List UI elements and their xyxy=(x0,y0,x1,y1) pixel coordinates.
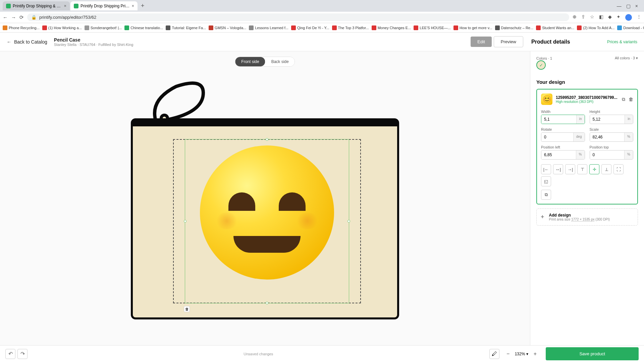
duplicate-icon[interactable]: ⧉ xyxy=(622,97,625,102)
design-filename: 125995207_3803071000796799... xyxy=(556,95,619,100)
edit-button[interactable]: Edit xyxy=(471,37,491,47)
color-swatch-selected[interactable]: ✓ xyxy=(536,60,546,70)
resize-handle[interactable] xyxy=(347,220,350,223)
unit-label: deg xyxy=(573,133,585,141)
delete-layer-icon[interactable]: 🗑 xyxy=(184,306,190,312)
bookmark-item[interactable]: Chinese translatio... xyxy=(124,25,163,30)
bookmark-item[interactable]: Phone Recycling... xyxy=(3,25,40,30)
nav-reload-icon[interactable]: ⟳ xyxy=(19,14,24,20)
align-bottom-icon[interactable]: ⊥ xyxy=(601,164,611,174)
width-label: Width xyxy=(541,110,585,114)
translate-icon[interactable]: ⊕ xyxy=(573,14,577,21)
undo-button[interactable]: ↶ xyxy=(5,349,15,359)
bookmark-item[interactable]: Tutorial: Eigene Fa... xyxy=(166,25,206,30)
minimize-icon[interactable]: — xyxy=(617,3,622,9)
canvas-area[interactable]: Front side Back side 🗑 xyxy=(0,51,530,345)
rotate-label: Rotate xyxy=(541,127,585,131)
share-icon[interactable]: ⇪ xyxy=(581,14,585,21)
scale-input[interactable] xyxy=(590,133,625,141)
position-left-input[interactable] xyxy=(541,150,576,159)
profile-avatar[interactable] xyxy=(625,14,632,21)
bookmark-item[interactable]: Download - Cooki... xyxy=(617,25,644,30)
rotate-input[interactable] xyxy=(541,133,573,141)
save-product-button[interactable]: Save product xyxy=(546,347,639,360)
selection-box[interactable] xyxy=(185,139,349,303)
bookmark-item[interactable]: Qing Fei De Yi - Y... xyxy=(291,25,329,30)
product-details-title: Product details xyxy=(531,39,570,45)
menu-icon[interactable]: ⋮ xyxy=(637,14,641,21)
side-toggle: Front side Back side xyxy=(235,57,295,67)
chevron-down-icon: ▾ xyxy=(526,352,528,356)
tab-title: Printify Drop Shipping & Printi... xyxy=(13,4,62,8)
tab-title: Printify Drop Shipping Print o... xyxy=(80,4,129,8)
delete-icon[interactable]: 🗑 xyxy=(629,97,633,102)
all-colors-dropdown[interactable]: All colors · 3 ▾ xyxy=(615,56,638,60)
eyedropper-button[interactable]: 🖊 xyxy=(489,349,499,359)
preview-button[interactable]: Preview xyxy=(494,36,523,47)
bookmark-item[interactable]: GMSN – Vologda... xyxy=(209,25,246,30)
prices-variants-link[interactable]: Prices & variants xyxy=(607,40,637,44)
nav-forward-icon[interactable]: → xyxy=(11,14,16,20)
product-title: Pencil Case xyxy=(54,37,133,43)
browser-tab-active[interactable]: Printify Drop Shipping Print o... × xyxy=(70,1,138,10)
puzzle-icon[interactable]: ✦ xyxy=(616,14,621,21)
align-top-icon[interactable]: ⊤ xyxy=(577,164,587,174)
save-status: Unsaved changes xyxy=(28,352,489,356)
redo-button[interactable]: ↷ xyxy=(17,349,28,359)
height-input[interactable] xyxy=(590,115,625,124)
unit-label: in xyxy=(625,115,633,124)
bookmark-item[interactable]: Money Changes E... xyxy=(372,25,411,30)
back-label: Back to Catalog xyxy=(14,39,47,45)
bookmark-item[interactable]: How to get more v... xyxy=(453,25,492,30)
close-window-icon[interactable]: × xyxy=(635,3,638,9)
align-right-icon[interactable]: →| xyxy=(565,164,575,174)
back-to-catalog-link[interactable]: ← Back to Catalog xyxy=(7,39,47,45)
bookmark-item[interactable]: The Top 3 Platfor... xyxy=(332,25,369,30)
unit-label: % xyxy=(624,150,633,159)
design-thumbnail: 😊 xyxy=(541,94,552,105)
close-icon[interactable]: × xyxy=(131,3,134,8)
ext1-icon[interactable]: ◧ xyxy=(599,14,603,21)
close-icon[interactable]: × xyxy=(64,3,66,8)
unit-label: % xyxy=(624,133,633,141)
address-bar[interactable]: 🔒 printify.com/app/editor/753/62 xyxy=(27,13,569,21)
copy-layer-icon[interactable]: ⧉ xyxy=(541,190,551,200)
bookmark-item[interactable]: Datenschutz – Re... xyxy=(495,25,534,30)
resize-handle[interactable] xyxy=(266,302,268,304)
bookmark-item[interactable]: Lessons Learned f... xyxy=(249,25,288,30)
resize-handle[interactable] xyxy=(266,138,268,141)
back-side-button[interactable]: Back side xyxy=(265,57,295,66)
zoom-in-button[interactable]: + xyxy=(531,350,539,358)
align-center-h-icon[interactable]: ↔| xyxy=(553,164,563,174)
add-design-button[interactable]: + Add design Print area size 1772 × 1535… xyxy=(536,208,638,226)
star-icon[interactable]: ☆ xyxy=(590,14,594,21)
fill-icon[interactable]: ◱ xyxy=(541,176,551,186)
maximize-icon[interactable]: ▢ xyxy=(626,3,631,9)
width-input[interactable] xyxy=(541,115,576,124)
fit-icon[interactable]: ⛶ xyxy=(613,164,624,174)
zoom-out-button[interactable]: − xyxy=(504,350,512,358)
lock-icon: 🔒 xyxy=(31,15,37,20)
tab-strip: Printify Drop Shipping & Printi... × Pri… xyxy=(0,0,644,12)
bookmark-item[interactable]: (2) How To Add A... xyxy=(577,25,614,30)
align-left-icon[interactable]: |← xyxy=(541,164,551,174)
nav-back-icon[interactable]: ← xyxy=(3,14,8,20)
design-card: 😊 125995207_3803071000796799... High res… xyxy=(536,89,638,204)
new-tab-button[interactable]: + xyxy=(138,2,147,9)
ext2-icon[interactable]: ◆ xyxy=(608,14,612,21)
unit-label: in xyxy=(576,115,585,124)
app-header: ← Back to Catalog Pencil Case Stanley St… xyxy=(0,33,644,51)
front-side-button[interactable]: Front side xyxy=(235,57,265,66)
plus-icon: + xyxy=(541,214,544,221)
add-design-title: Add design xyxy=(549,213,610,218)
product-subtitle: Stanley Stella · STAU764 · Fulfilled by … xyxy=(54,43,133,47)
bookmark-item[interactable]: (1) How Working a... xyxy=(42,25,82,30)
bookmark-item[interactable]: Student Wants an... xyxy=(536,25,574,30)
browser-tab[interactable]: Printify Drop Shipping & Printi... × xyxy=(3,1,70,10)
bookmark-item[interactable]: LEE'S HOUSE—... xyxy=(414,25,451,30)
align-center-v-icon[interactable]: ✛ xyxy=(589,164,599,174)
resize-handle[interactable] xyxy=(184,220,186,223)
bookmark-item[interactable]: Sonderangebot! |... xyxy=(85,25,122,30)
zoom-level-dropdown[interactable]: 132% ▾ xyxy=(515,352,529,356)
position-top-input[interactable] xyxy=(590,150,625,159)
